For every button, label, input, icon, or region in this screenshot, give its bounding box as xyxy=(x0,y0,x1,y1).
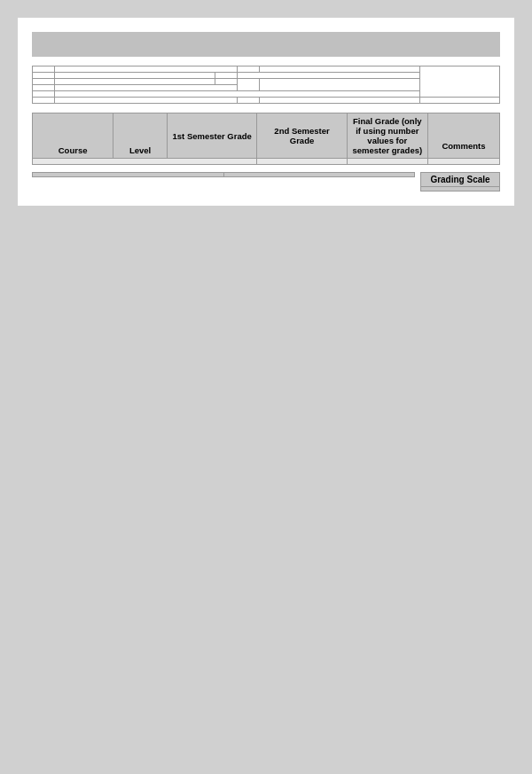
teacher-signature-value xyxy=(54,98,237,104)
student-grade-label xyxy=(215,73,238,79)
grading-scale-section: Grading Scale xyxy=(420,172,500,192)
total-credits-empty1 xyxy=(347,159,427,165)
total-credits-value xyxy=(257,159,347,165)
header-info-table xyxy=(32,66,500,104)
homeschool-name-label xyxy=(237,66,259,73)
days-attended-label xyxy=(33,79,55,85)
homeschool-name-value xyxy=(259,66,419,73)
grades-table: Course Level 1st Semester Grade 2nd Seme… xyxy=(32,113,500,165)
principal-signature-label xyxy=(237,98,259,104)
school-year-value xyxy=(54,73,215,79)
grading-scale-title: Grading Scale xyxy=(421,173,500,187)
grading-scale-grade-label xyxy=(421,187,500,192)
student-name-label xyxy=(33,66,55,73)
homeschool-address-value xyxy=(259,79,419,91)
school-logo xyxy=(420,66,500,98)
teacher-name-value xyxy=(54,85,237,91)
school-year-label xyxy=(33,73,55,79)
teacher-signature-label xyxy=(33,98,55,104)
principal-name-label xyxy=(33,91,55,98)
col-level: Level xyxy=(113,113,168,159)
col-final: Final Grade (only if using number values… xyxy=(347,113,427,159)
col-course: Course xyxy=(33,113,113,159)
teacher-name-label xyxy=(33,85,55,91)
col-2nd-semester: 2nd Semester Grade xyxy=(257,113,347,159)
student-name-value xyxy=(54,66,237,73)
principal-signature-value xyxy=(259,98,419,104)
col-1st-semester: 1st Semester Grade xyxy=(168,113,257,159)
homeschool-address-label xyxy=(237,79,259,91)
principal-name-value xyxy=(54,91,419,98)
total-credits-empty2 xyxy=(427,159,499,165)
keys-section xyxy=(32,172,415,177)
logo-placeholder-bottom xyxy=(420,98,500,104)
col-comments: Comments xyxy=(427,113,499,159)
student-grade-value xyxy=(237,73,419,79)
course-level-key-title xyxy=(33,173,224,177)
page: Course Level 1st Semester Grade 2nd Seme… xyxy=(18,18,514,206)
bottom-section: Grading Scale xyxy=(32,172,500,192)
total-credits-label xyxy=(33,159,257,165)
days-absent-label xyxy=(215,79,238,85)
keys-table xyxy=(32,172,415,177)
days-attended-value xyxy=(54,79,215,85)
totals-row xyxy=(33,159,500,165)
credit-key-title xyxy=(223,173,415,177)
title-box xyxy=(32,32,500,57)
grading-scale-table: Grading Scale xyxy=(420,172,500,192)
